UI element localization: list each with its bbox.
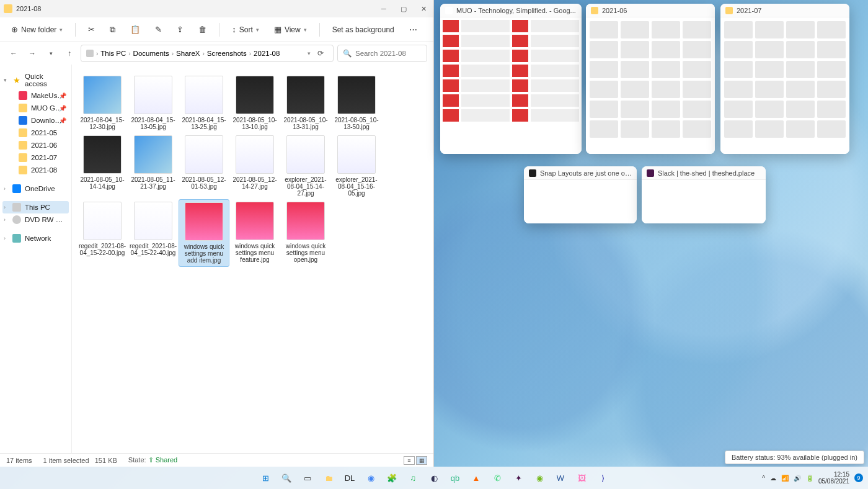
snap-window[interactable]: MUO - Technology, Simplified. - Goog...	[440, 4, 582, 154]
taskbar-word-icon[interactable]: W	[553, 470, 568, 485]
rename-button[interactable]: ✎	[150, 22, 167, 37]
breadcrumb-item[interactable]: 2021-08	[254, 50, 280, 57]
file-item[interactable]: 2021-08-04_15-13-05.jpg	[128, 73, 179, 133]
snap-window[interactable]: 2021-06	[586, 4, 715, 154]
file-item[interactable]: 2021-08-04_15-12-30.jpg	[77, 73, 128, 133]
volume-icon[interactable]: 🔊	[794, 475, 801, 482]
taskbar-purple-icon[interactable]: ◉	[532, 470, 547, 485]
tray-chevron-icon[interactable]: ^	[762, 475, 765, 482]
taskbar-spotify-icon[interactable]: ♫	[405, 470, 420, 485]
pin-icon: 📌	[59, 105, 66, 112]
sidebar-item[interactable]: 2021-06	[2, 139, 69, 151]
taskbar-vlc-icon[interactable]: ▲	[469, 470, 484, 485]
file-item[interactable]: 2021-08-05_11-21-37.jpg	[128, 133, 179, 199]
search-input[interactable]	[355, 50, 422, 57]
copy-button[interactable]: ⧉	[105, 22, 120, 37]
clock[interactable]: 12:15 05/08/2021	[818, 471, 849, 485]
maximize-button[interactable]: ▢	[394, 0, 414, 17]
taskbar-task-view-icon[interactable]: ▭	[300, 470, 315, 485]
file-name: windows quick settings menu feature.jpg	[231, 243, 279, 263]
sidebar-item[interactable]: 2021-05	[2, 127, 69, 139]
taskbar-whatsapp-icon[interactable]: ✆	[490, 470, 505, 485]
sidebar-item[interactable]: MUO GD Scree...📌	[2, 102, 69, 114]
share-button[interactable]: ⇪	[172, 22, 188, 37]
chevron-down-icon[interactable]: ▾	[308, 50, 311, 56]
breadcrumb-item[interactable]: ShareX	[176, 50, 200, 57]
up-button[interactable]: ↑	[62, 46, 77, 61]
taskbar-search-icon[interactable]: 🔍	[279, 470, 294, 485]
taskbar-dl-icon[interactable]: DL	[342, 470, 357, 485]
file-item[interactable]: explorer_2021-08-04_15-16-05.jpg	[331, 133, 382, 199]
taskbar-explorer-icon[interactable]: 🖿	[321, 470, 336, 485]
chevron-down-icon[interactable]: ▾	[43, 46, 58, 61]
onedrive[interactable]: › OneDrive	[2, 182, 69, 195]
battery-icon[interactable]: 🔋	[806, 475, 813, 482]
this-pc-label: This PC	[25, 204, 50, 211]
file-item[interactable]: 2021-08-05_10-14-14.jpg	[77, 133, 128, 199]
snap-window-header: Snap Layouts are just one of...	[524, 166, 637, 180]
file-item[interactable]: 2021-08-04_15-13-25.jpg	[179, 73, 229, 133]
sidebar-item[interactable]: Downloads📌	[2, 114, 69, 127]
close-button[interactable]: ✕	[414, 0, 433, 17]
taskbar-start-icon[interactable]: ⊞	[258, 470, 273, 485]
view-button[interactable]: ▦ View ▾	[269, 22, 312, 37]
taskbar-photos-icon[interactable]: 🖼	[574, 470, 589, 485]
forward-button[interactable]: →	[25, 46, 40, 61]
sidebar-item[interactable]: MakeUseOf📌	[2, 89, 69, 102]
sidebar-item[interactable]: 2021-07	[2, 151, 69, 164]
sidebar-item[interactable]: 2021-08	[2, 164, 69, 176]
dvd-drive[interactable]: › DVD RW Drive (D:) A	[2, 213, 69, 226]
folder-icon	[19, 104, 27, 112]
this-pc[interactable]: › This PC	[2, 201, 69, 213]
set-background-button[interactable]: Set as background	[327, 23, 399, 37]
file-item[interactable]: explorer_2021-08-04_15-14-27.jpg	[280, 133, 331, 199]
file-item[interactable]: windows quick settings menu feature.jpg	[229, 199, 280, 267]
taskbar-steam-icon[interactable]: ◐	[427, 470, 441, 485]
address-bar[interactable]: › This PC › Documents › ShareX › Screens…	[81, 45, 334, 62]
more-button[interactable]: ⋯	[404, 22, 422, 37]
thumbnail	[337, 76, 376, 114]
minimize-button[interactable]: ─	[374, 0, 394, 17]
delete-button[interactable]: 🗑	[193, 22, 211, 37]
refresh-button[interactable]: ⟳	[313, 46, 328, 61]
snap-window[interactable]: 2021-07	[720, 4, 849, 154]
file-item[interactable]: 2021-08-05_10-13-31.jpg	[280, 73, 331, 133]
taskbar-qb-icon[interactable]: qb	[448, 470, 463, 485]
notification-badge[interactable]: 9	[854, 473, 863, 482]
network[interactable]: › Network	[2, 232, 69, 244]
file-item[interactable]: 2021-08-05_10-13-50.jpg	[331, 73, 382, 133]
file-item[interactable]: windows quick settings menu add item.jpg	[179, 199, 229, 267]
snap-window[interactable]: Snap Layouts are just one of...	[524, 166, 637, 223]
sort-button[interactable]: ↕ Sort ▾	[227, 22, 264, 37]
wifi-icon[interactable]: 📶	[781, 475, 789, 482]
search-box[interactable]: 🔍	[337, 45, 427, 62]
snap-window-title: MUO - Technology, Simplified. - Goog...	[456, 7, 576, 14]
taskbar-chrome-icon[interactable]: ◉	[363, 470, 378, 485]
viewmode-icons[interactable]: ▦	[416, 456, 427, 465]
new-button[interactable]: ⊕ New folder ▾	[6, 22, 68, 37]
breadcrumb-item[interactable]: This PC	[100, 50, 126, 57]
titlebar[interactable]: 2021-08 ─ ▢ ✕	[0, 0, 433, 17]
taskbar-puzzle-icon[interactable]: 🧩	[384, 470, 399, 485]
file-item[interactable]: 2021-08-05_12-01-53.jpg	[179, 133, 229, 199]
paste-button[interactable]: 📋	[125, 22, 145, 37]
taskbar-vscode-icon[interactable]: ⟩	[595, 470, 610, 485]
file-item[interactable]: regedit_2021-08-04_15-22-00.jpg	[77, 199, 128, 267]
snap-window-header: Slack | the-shed | theshed.place	[642, 166, 766, 180]
file-item[interactable]: 2021-08-05_12-14-27.jpg	[229, 133, 280, 199]
quick-access[interactable]: ▾ ★ Quick access	[2, 71, 69, 89]
breadcrumb-item[interactable]: Documents	[133, 50, 169, 57]
file-item[interactable]: 2021-08-05_10-13-10.jpg	[229, 73, 280, 133]
file-list[interactable]: 2021-08-04_15-12-30.jpg2021-08-04_15-13-…	[72, 65, 433, 453]
file-name: 2021-08-05_12-14-27.jpg	[231, 176, 279, 190]
star-icon: ★	[12, 76, 21, 84]
file-item[interactable]: windows quick settings menu open.jpg	[280, 199, 331, 267]
taskbar-slack-icon[interactable]: ✦	[511, 470, 526, 485]
snap-window[interactable]: Slack | the-shed | theshed.place	[642, 166, 766, 223]
breadcrumb-item[interactable]: Screenshots	[207, 50, 247, 57]
back-button[interactable]: ←	[6, 46, 21, 61]
cloud-icon[interactable]: ☁	[770, 475, 776, 482]
viewmode-details[interactable]: ≡	[404, 456, 415, 465]
cut-button[interactable]: ✂	[83, 22, 100, 37]
file-item[interactable]: regedit_2021-08-04_15-22-40.jpg	[128, 199, 179, 267]
